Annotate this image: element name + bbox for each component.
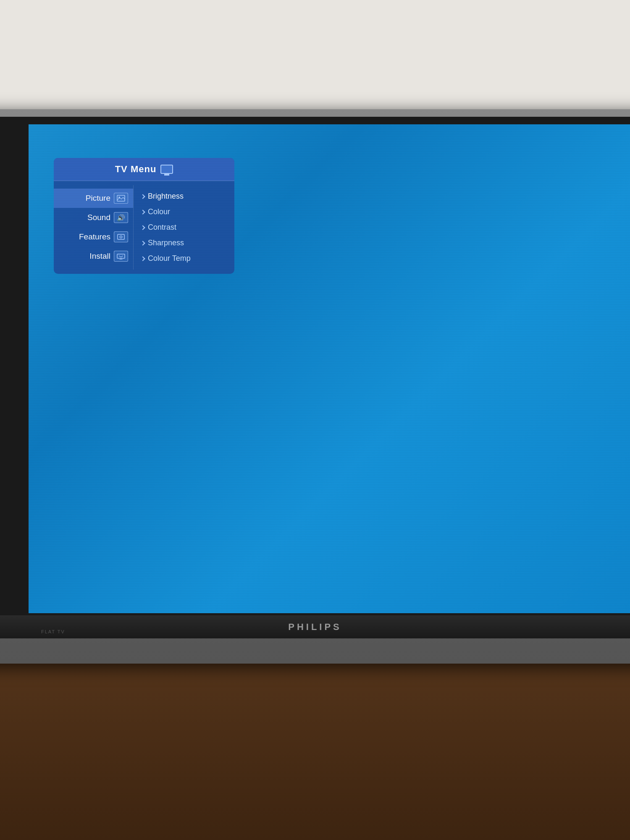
tv-casing: TV Menu Picture <box>0 109 630 664</box>
install-icon <box>114 251 128 262</box>
menu-submenu: Brightness Colour Contrast Sharp <box>134 185 234 270</box>
menu-item-label-sound: Sound <box>87 213 110 222</box>
menu-item-picture[interactable]: Picture <box>54 189 133 208</box>
submenu-label-colour-temp: Colour Temp <box>148 254 191 263</box>
picture-icon <box>114 193 128 204</box>
menu-item-sound[interactable]: Sound 🔊 <box>54 208 133 227</box>
bullet-sharpness <box>140 241 145 245</box>
submenu-item-brightness[interactable]: Brightness <box>139 189 228 204</box>
svg-line-8 <box>119 256 121 257</box>
svg-rect-5 <box>117 254 125 258</box>
features-icon <box>114 231 128 242</box>
bullet-colour-temp <box>140 256 145 261</box>
tv-menu[interactable]: TV Menu Picture <box>54 158 234 274</box>
menu-title: TV Menu <box>115 164 157 175</box>
sound-icon: 🔊 <box>114 212 128 223</box>
menu-item-label-features: Features <box>79 232 110 242</box>
menu-item-install[interactable]: Install <box>54 247 133 266</box>
menu-item-label-picture: Picture <box>86 194 110 203</box>
flat-tv-label: FLAT TV <box>41 629 65 634</box>
submenu-label-brightness: Brightness <box>148 192 184 201</box>
brand-label: PHILIPS <box>288 622 342 633</box>
menu-header: TV Menu <box>54 158 234 181</box>
submenu-label-colour: Colour <box>148 207 170 216</box>
submenu-item-contrast[interactable]: Contrast <box>139 220 228 235</box>
menu-body: Picture Sound <box>54 181 234 274</box>
svg-line-9 <box>121 256 123 257</box>
submenu-item-sharpness[interactable]: Sharpness <box>139 235 228 251</box>
bullet-contrast <box>140 225 145 230</box>
svg-point-4 <box>121 236 121 237</box>
tv-screen: TV Menu Picture <box>29 124 630 613</box>
menu-item-label-install: Install <box>89 252 110 261</box>
submenu-label-contrast: Contrast <box>148 223 176 232</box>
submenu-label-sharpness: Sharpness <box>148 239 184 247</box>
submenu-item-colour-temp[interactable]: Colour Temp <box>139 251 228 266</box>
bullet-brightness <box>140 194 145 199</box>
tv-menu-icon <box>160 165 173 174</box>
submenu-item-colour[interactable]: Colour <box>139 204 228 220</box>
bullet-colour <box>140 210 145 214</box>
menu-categories: Picture Sound <box>54 185 134 270</box>
tv-bezel: TV Menu Picture <box>0 117 630 638</box>
menu-item-features[interactable]: Features <box>54 227 133 247</box>
tv-bottom-bar: PHILIPS <box>0 615 630 638</box>
